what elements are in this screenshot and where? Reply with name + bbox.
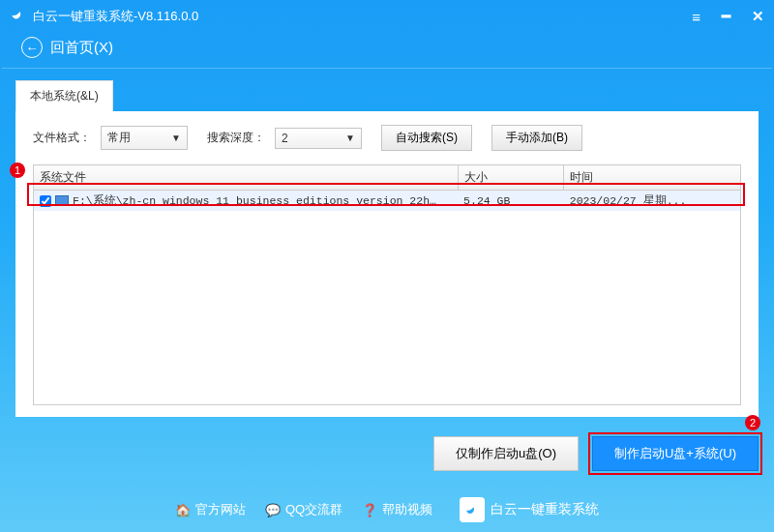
manual-add-button[interactable]: 手动添加(B) — [491, 125, 582, 151]
system-files-table: 系统文件 大小 时间 F:\系统\zh-cn_windows_11_busine… — [33, 164, 741, 405]
back-button[interactable]: ← 回首页(X) — [2, 33, 772, 69]
search-depth-value: 2 — [282, 132, 288, 145]
menu-icon[interactable]: ≡ — [692, 9, 700, 25]
search-depth-label: 搜索深度： — [207, 130, 265, 146]
make-boot-only-button[interactable]: 仅制作启动u盘(O) — [433, 436, 579, 471]
back-arrow-icon: ← — [21, 37, 43, 58]
dove-icon — [460, 497, 485, 522]
footer-help-video[interactable]: ❓ 帮助视频 — [362, 501, 432, 518]
table-row[interactable]: F:\系统\zh-cn_windows_11_business_editions… — [34, 191, 741, 212]
file-format-label: 文件格式： — [33, 130, 91, 146]
row-size: 5.24 GB — [458, 191, 564, 212]
disk-icon — [55, 195, 69, 206]
home-icon: 🏠 — [175, 503, 191, 517]
tab-local-system[interactable]: 本地系统(&L) — [15, 80, 113, 111]
search-depth-dropdown[interactable]: 2 ▼ — [275, 128, 362, 149]
make-boot-with-system-button[interactable]: 制作启动U盘+系统(U) — [592, 436, 759, 471]
callout-badge-2: 2 — [745, 415, 760, 430]
help-icon: ❓ — [362, 503, 377, 517]
footer: 🏠 官方网站 💬 QQ交流群 ❓ 帮助视频 白云一键重装系统 — [0, 497, 774, 522]
chat-icon: 💬 — [265, 503, 281, 517]
row-time: 2023/02/27 星期... — [564, 191, 741, 212]
row-checkbox[interactable] — [40, 195, 51, 207]
minimize-icon[interactable]: ━ — [722, 8, 730, 25]
main-panel: 文件格式： 常用 ▼ 搜索深度： 2 ▼ 自动搜索(S) 手动添加(B) 1 系… — [15, 111, 759, 417]
col-header-file[interactable]: 系统文件 — [34, 165, 459, 191]
row-path: F:\系统\zh-cn_windows_11_business_editions… — [73, 193, 440, 208]
auto-search-button[interactable]: 自动搜索(S) — [381, 125, 472, 151]
file-format-value: 常用 — [107, 130, 131, 146]
chevron-down-icon: ▼ — [171, 133, 181, 143]
footer-official-site[interactable]: 🏠 官方网站 — [175, 501, 246, 518]
title-bar: 白云一键重装系统-V8.116.0.0 ≡ ━ ✕ — [0, 0, 774, 33]
footer-brand: 白云一键重装系统 — [460, 497, 599, 522]
chevron-down-icon: ▼ — [345, 133, 355, 143]
dove-icon — [10, 6, 27, 27]
footer-qq-group[interactable]: 💬 QQ交流群 — [265, 501, 342, 518]
window-title: 白云一键重装系统-V8.116.0.0 — [33, 8, 198, 25]
file-format-dropdown[interactable]: 常用 ▼ — [101, 126, 188, 150]
callout-badge-1: 1 — [10, 163, 25, 178]
close-icon[interactable]: ✕ — [752, 8, 764, 25]
back-label: 回首页(X) — [50, 39, 113, 57]
col-header-time[interactable]: 时间 — [564, 165, 741, 191]
col-header-size[interactable]: 大小 — [458, 165, 564, 191]
